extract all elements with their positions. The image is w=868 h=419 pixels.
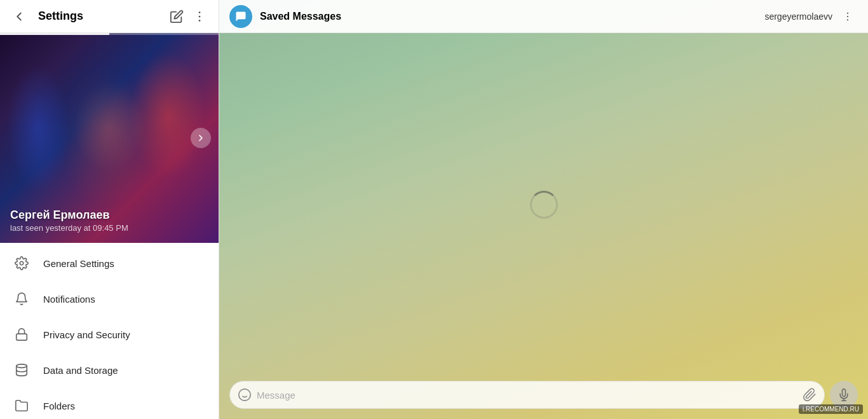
- svg-point-2: [199, 20, 201, 22]
- more-button[interactable]: [188, 5, 211, 28]
- chat-avatar: [229, 5, 252, 28]
- profile-status: last seen yesterday at 09:45 PM: [10, 223, 128, 233]
- bottom-bar: [219, 376, 868, 419]
- sidebar-item-general[interactable]: General Settings: [0, 245, 219, 281]
- sidebar-item-notifications[interactable]: Notifications: [0, 281, 219, 317]
- svg-point-1: [199, 15, 201, 17]
- edit-button[interactable]: [165, 5, 188, 28]
- topbar-username: sergeyermolaevv: [764, 11, 832, 22]
- svg-point-3: [20, 261, 24, 265]
- profile-section[interactable]: Сергей Ермолаев last seen yesterday at 0…: [0, 33, 219, 243]
- topbar: Saved Messages sergeyermolaevv: [219, 0, 868, 33]
- main-content: Saved Messages sergeyermolaevv: [219, 0, 868, 419]
- sidebar: Settings Сергей Ермолае: [0, 0, 219, 419]
- attach-button[interactable]: [803, 388, 817, 402]
- svg-point-8: [847, 19, 848, 20]
- topbar-more-button[interactable]: [837, 6, 858, 27]
- profile-progress-bar: [0, 33, 109, 35]
- sidebar-item-privacy[interactable]: Privacy and Security: [0, 317, 219, 352]
- svg-point-7: [847, 15, 848, 17]
- profile-info: Сергей Ермолаев last seen yesterday at 0…: [10, 209, 128, 233]
- svg-point-9: [239, 389, 250, 401]
- sidebar-header: Settings: [0, 0, 219, 33]
- chat-title: Saved Messages: [260, 11, 341, 22]
- svg-point-0: [199, 11, 201, 13]
- general-settings-label: General Settings: [43, 258, 114, 269]
- data-storage-label: Data and Storage: [43, 365, 118, 376]
- folder-icon: [10, 394, 33, 417]
- svg-point-6: [847, 12, 848, 13]
- notifications-label: Notifications: [43, 294, 95, 305]
- settings-menu: General Settings Notifications Privacy a…: [0, 243, 219, 419]
- topbar-left: Saved Messages: [229, 5, 341, 28]
- lock-icon: [10, 323, 33, 346]
- sidebar-title: Settings: [38, 10, 165, 23]
- emoji-button[interactable]: [238, 388, 252, 402]
- bell-icon: [10, 287, 33, 310]
- loading-spinner: [530, 191, 558, 219]
- topbar-right: sergeyermolaevv: [764, 6, 858, 27]
- folders-label: Folders: [43, 401, 75, 411]
- svg-rect-4: [17, 334, 27, 340]
- message-input-container: [229, 381, 825, 409]
- database-icon: [10, 359, 33, 381]
- gear-icon: [10, 252, 33, 275]
- watermark: i.RECOMMEND.RU: [799, 404, 863, 414]
- profile-progress-track: [0, 33, 219, 35]
- profile-next-button[interactable]: [191, 128, 211, 148]
- svg-point-5: [17, 364, 27, 368]
- sidebar-item-data[interactable]: Data and Storage: [0, 352, 219, 388]
- chat-area: [219, 33, 868, 376]
- message-input[interactable]: [257, 390, 797, 401]
- profile-name: Сергей Ермолаев: [10, 209, 128, 222]
- privacy-label: Privacy and Security: [43, 329, 130, 340]
- back-button[interactable]: [8, 5, 31, 28]
- sidebar-item-folders[interactable]: Folders: [0, 388, 219, 419]
